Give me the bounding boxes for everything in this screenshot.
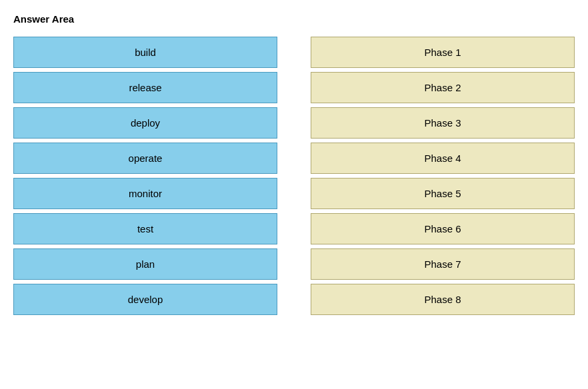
right-item-phase-4[interactable]: Phase 4 <box>311 143 575 174</box>
left-item-2[interactable]: release <box>13 72 277 103</box>
left-item-4[interactable]: operate <box>13 143 277 174</box>
answer-area-section: Answer Area buildreleasedeployoperatemon… <box>13 13 575 315</box>
answer-area-title: Answer Area <box>13 13 575 25</box>
left-item-1[interactable]: build <box>13 37 277 68</box>
left-item-5[interactable]: monitor <box>13 178 277 209</box>
left-item-6[interactable]: test <box>13 213 277 244</box>
right-column: Phase 1Phase 2Phase 3Phase 4Phase 5Phase… <box>311 37 575 315</box>
left-item-7[interactable]: plan <box>13 248 277 280</box>
right-item-phase-6[interactable]: Phase 6 <box>311 213 575 244</box>
left-column: buildreleasedeployoperatemonitortestplan… <box>13 37 277 315</box>
right-item-phase-5[interactable]: Phase 5 <box>311 178 575 209</box>
right-item-phase-7[interactable]: Phase 7 <box>311 248 575 280</box>
left-item-3[interactable]: deploy <box>13 107 277 139</box>
left-item-8[interactable]: develop <box>13 284 277 315</box>
right-item-phase-8[interactable]: Phase 8 <box>311 284 575 315</box>
right-item-phase-3[interactable]: Phase 3 <box>311 107 575 139</box>
columns-container: buildreleasedeployoperatemonitortestplan… <box>13 37 575 315</box>
right-item-phase-2[interactable]: Phase 2 <box>311 72 575 103</box>
right-item-phase-1[interactable]: Phase 1 <box>311 37 575 68</box>
